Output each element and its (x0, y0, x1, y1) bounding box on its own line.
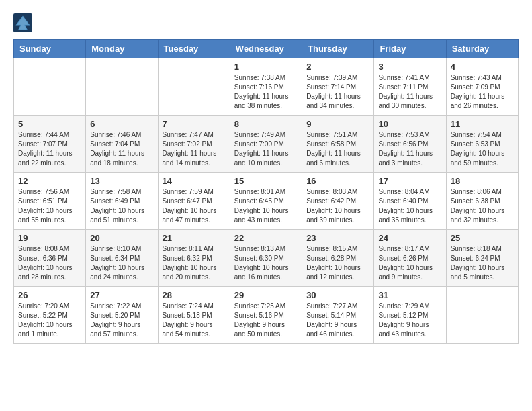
day-info: Sunrise: 7:54 AM Sunset: 6:53 PM Dayligh… (451, 130, 514, 168)
day-number: 15 (234, 176, 298, 186)
calendar-cell: 7Sunrise: 7:47 AM Sunset: 7:02 PM Daylig… (158, 116, 230, 173)
calendar-cell: 12Sunrise: 7:56 AM Sunset: 6:51 PM Dayli… (14, 173, 86, 230)
day-number: 3 (378, 62, 441, 72)
page-header (13, 13, 519, 32)
calendar-week-row: 1Sunrise: 7:38 AM Sunset: 7:16 PM Daylig… (14, 58, 519, 116)
day-number: 19 (18, 233, 81, 243)
day-info: Sunrise: 8:10 AM Sunset: 6:34 PM Dayligh… (90, 244, 153, 282)
logo-icon (13, 13, 32, 32)
day-number: 14 (163, 176, 226, 186)
day-number: 27 (90, 290, 153, 300)
day-number: 5 (18, 119, 81, 129)
calendar-cell: 23Sunrise: 8:15 AM Sunset: 6:28 PM Dayli… (302, 230, 374, 287)
day-number: 28 (163, 290, 226, 300)
day-info: Sunrise: 7:29 AM Sunset: 5:12 PM Dayligh… (378, 302, 441, 339)
day-number: 1 (234, 62, 298, 72)
day-info: Sunrise: 8:03 AM Sunset: 6:42 PM Dayligh… (306, 187, 369, 225)
day-number: 25 (451, 233, 514, 243)
day-info: Sunrise: 7:59 AM Sunset: 6:47 PM Dayligh… (163, 187, 226, 225)
day-number: 16 (306, 176, 369, 186)
calendar-cell: 21Sunrise: 8:11 AM Sunset: 6:32 PM Dayli… (158, 230, 230, 287)
calendar-cell: 11Sunrise: 7:54 AM Sunset: 6:53 PM Dayli… (446, 116, 518, 173)
calendar-week-row: 5Sunrise: 7:44 AM Sunset: 7:07 PM Daylig… (14, 116, 519, 173)
day-number: 8 (234, 119, 298, 129)
day-info: Sunrise: 8:17 AM Sunset: 6:26 PM Dayligh… (378, 244, 441, 282)
day-info: Sunrise: 8:13 AM Sunset: 6:30 PM Dayligh… (234, 244, 298, 282)
calendar-cell (158, 58, 230, 116)
calendar-cell: 4Sunrise: 7:43 AM Sunset: 7:09 PM Daylig… (446, 58, 518, 116)
calendar-cell: 25Sunrise: 8:18 AM Sunset: 6:24 PM Dayli… (446, 230, 518, 287)
day-number: 4 (451, 62, 514, 72)
day-info: Sunrise: 7:41 AM Sunset: 7:11 PM Dayligh… (378, 73, 441, 111)
calendar-cell: 1Sunrise: 7:38 AM Sunset: 7:16 PM Daylig… (230, 58, 302, 116)
day-number: 9 (306, 119, 369, 129)
calendar-week-row: 19Sunrise: 8:08 AM Sunset: 6:36 PM Dayli… (14, 230, 519, 287)
day-info: Sunrise: 7:27 AM Sunset: 5:14 PM Dayligh… (306, 302, 369, 339)
day-number: 30 (306, 290, 369, 300)
calendar-cell: 27Sunrise: 7:22 AM Sunset: 5:20 PM Dayli… (86, 287, 158, 344)
day-of-week-header: Wednesday (230, 40, 302, 58)
day-number: 26 (18, 290, 81, 300)
day-info: Sunrise: 7:49 AM Sunset: 7:00 PM Dayligh… (234, 130, 298, 168)
day-info: Sunrise: 7:56 AM Sunset: 6:51 PM Dayligh… (18, 187, 81, 225)
day-of-week-header: Saturday (446, 40, 518, 58)
calendar-cell (446, 287, 518, 344)
calendar-cell: 26Sunrise: 7:20 AM Sunset: 5:22 PM Dayli… (14, 287, 86, 344)
day-info: Sunrise: 7:39 AM Sunset: 7:14 PM Dayligh… (306, 73, 369, 111)
day-number: 23 (306, 233, 369, 243)
calendar-cell: 13Sunrise: 7:58 AM Sunset: 6:49 PM Dayli… (86, 173, 158, 230)
calendar-cell: 20Sunrise: 8:10 AM Sunset: 6:34 PM Dayli… (86, 230, 158, 287)
calendar-cell: 22Sunrise: 8:13 AM Sunset: 6:30 PM Dayli… (230, 230, 302, 287)
day-info: Sunrise: 8:11 AM Sunset: 6:32 PM Dayligh… (163, 244, 226, 282)
logo (13, 13, 35, 32)
calendar-cell (14, 58, 86, 116)
day-number: 10 (378, 119, 441, 129)
calendar-cell: 2Sunrise: 7:39 AM Sunset: 7:14 PM Daylig… (302, 58, 374, 116)
calendar-cell: 31Sunrise: 7:29 AM Sunset: 5:12 PM Dayli… (374, 287, 446, 344)
calendar-cell: 15Sunrise: 8:01 AM Sunset: 6:45 PM Dayli… (230, 173, 302, 230)
day-of-week-header: Friday (374, 40, 446, 58)
day-info: Sunrise: 7:47 AM Sunset: 7:02 PM Dayligh… (163, 130, 226, 168)
day-number: 2 (306, 62, 369, 72)
calendar-cell: 30Sunrise: 7:27 AM Sunset: 5:14 PM Dayli… (302, 287, 374, 344)
calendar-cell: 6Sunrise: 7:46 AM Sunset: 7:04 PM Daylig… (86, 116, 158, 173)
calendar-table: SundayMondayTuesdayWednesdayThursdayFrid… (13, 39, 519, 344)
day-number: 13 (90, 176, 153, 186)
day-info: Sunrise: 7:38 AM Sunset: 7:16 PM Dayligh… (234, 73, 298, 111)
day-info: Sunrise: 7:24 AM Sunset: 5:18 PM Dayligh… (163, 302, 226, 339)
calendar-cell: 28Sunrise: 7:24 AM Sunset: 5:18 PM Dayli… (158, 287, 230, 344)
calendar-cell: 17Sunrise: 8:04 AM Sunset: 6:40 PM Dayli… (374, 173, 446, 230)
calendar-cell: 24Sunrise: 8:17 AM Sunset: 6:26 PM Dayli… (374, 230, 446, 287)
day-info: Sunrise: 8:06 AM Sunset: 6:38 PM Dayligh… (451, 187, 514, 225)
day-info: Sunrise: 7:25 AM Sunset: 5:16 PM Dayligh… (234, 302, 298, 339)
day-info: Sunrise: 7:58 AM Sunset: 6:49 PM Dayligh… (90, 187, 153, 225)
day-info: Sunrise: 7:44 AM Sunset: 7:07 PM Dayligh… (18, 130, 81, 168)
calendar-cell: 9Sunrise: 7:51 AM Sunset: 6:58 PM Daylig… (302, 116, 374, 173)
day-number: 24 (378, 233, 441, 243)
calendar-cell: 14Sunrise: 7:59 AM Sunset: 6:47 PM Dayli… (158, 173, 230, 230)
calendar-week-row: 26Sunrise: 7:20 AM Sunset: 5:22 PM Dayli… (14, 287, 519, 344)
calendar-cell (86, 58, 158, 116)
calendar-cell: 10Sunrise: 7:53 AM Sunset: 6:56 PM Dayli… (374, 116, 446, 173)
calendar-header-row: SundayMondayTuesdayWednesdayThursdayFrid… (14, 40, 519, 58)
day-info: Sunrise: 7:43 AM Sunset: 7:09 PM Dayligh… (451, 73, 514, 111)
day-number: 11 (451, 119, 514, 129)
calendar-cell: 3Sunrise: 7:41 AM Sunset: 7:11 PM Daylig… (374, 58, 446, 116)
calendar-cell: 29Sunrise: 7:25 AM Sunset: 5:16 PM Dayli… (230, 287, 302, 344)
calendar-cell: 8Sunrise: 7:49 AM Sunset: 7:00 PM Daylig… (230, 116, 302, 173)
day-of-week-header: Thursday (302, 40, 374, 58)
day-number: 21 (163, 233, 226, 243)
calendar-cell: 16Sunrise: 8:03 AM Sunset: 6:42 PM Dayli… (302, 173, 374, 230)
day-number: 7 (163, 119, 226, 129)
day-number: 12 (18, 176, 81, 186)
calendar-week-row: 12Sunrise: 7:56 AM Sunset: 6:51 PM Dayli… (14, 173, 519, 230)
day-info: Sunrise: 8:15 AM Sunset: 6:28 PM Dayligh… (306, 244, 369, 282)
day-info: Sunrise: 7:22 AM Sunset: 5:20 PM Dayligh… (90, 302, 153, 339)
day-info: Sunrise: 7:46 AM Sunset: 7:04 PM Dayligh… (90, 130, 153, 168)
day-number: 18 (451, 176, 514, 186)
calendar-cell: 19Sunrise: 8:08 AM Sunset: 6:36 PM Dayli… (14, 230, 86, 287)
day-number: 31 (378, 290, 441, 300)
day-info: Sunrise: 8:01 AM Sunset: 6:45 PM Dayligh… (234, 187, 298, 225)
day-info: Sunrise: 8:08 AM Sunset: 6:36 PM Dayligh… (18, 244, 81, 282)
day-number: 29 (234, 290, 298, 300)
